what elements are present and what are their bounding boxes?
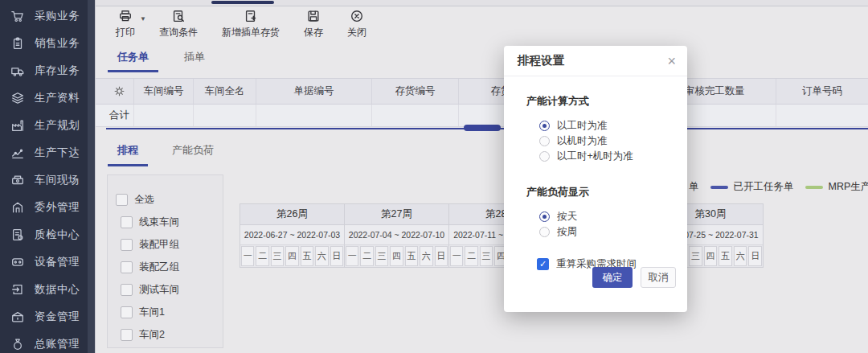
radio-unselected-icon[interactable] (539, 136, 550, 146)
modal-title: 排程设置 (518, 53, 564, 68)
modal-sections: 产能计算方式 以工时为准 以机时为准 以工时+机时为准产能负荷显示 按天 按周 (526, 94, 676, 240)
legend-dash-icon (710, 186, 728, 189)
data-icon (10, 282, 25, 297)
workshop-option-4[interactable]: 测试车间 (116, 278, 215, 301)
checkbox-unchecked-icon[interactable] (121, 306, 133, 318)
sidebar-item-3[interactable]: 生产资料 (0, 84, 95, 112)
column-header-1: 车间全名 (194, 79, 256, 104)
day-cell: 一 (450, 246, 463, 266)
toolbar-button-4[interactable]: 关闭 (347, 9, 366, 39)
top-scrollbar-track[interactable] (96, 0, 868, 6)
workshop-option-6[interactable]: 车间2 (116, 323, 215, 346)
radio-selected-icon[interactable] (539, 211, 550, 222)
day-cell: 二 (360, 246, 373, 266)
checkbox-unchecked-icon[interactable] (121, 261, 133, 273)
section-spacer (526, 164, 676, 179)
sidebar-item-2[interactable]: 库存业务 (0, 57, 95, 84)
sidebar-item-label: 总账管理 (35, 337, 80, 351)
checkbox-unchecked-icon[interactable] (121, 329, 133, 341)
layers-icon (10, 91, 25, 105)
column-settings-gear-icon[interactable] (113, 84, 126, 98)
checkbox-unchecked-icon[interactable] (121, 216, 133, 228)
day-cell: 四 (704, 246, 718, 266)
radio-option-0-2[interactable]: 以工时+机时为准 (526, 149, 676, 164)
checkbox-unchecked-icon[interactable] (121, 239, 133, 251)
workshop-option-label: 全选 (134, 193, 154, 207)
modal-close-icon[interactable]: × (667, 54, 676, 68)
radio-unselected-icon[interactable] (539, 227, 550, 237)
radio-option-0-0[interactable]: 以工时为准 (526, 118, 676, 133)
radio-option-0-1[interactable]: 以机时为准 (526, 133, 676, 149)
subtab-1[interactable]: 产能负荷 (162, 140, 223, 166)
day-cell: 六 (734, 246, 747, 266)
sidebar-item-label: 采购业务 (35, 9, 80, 23)
sidebar-item-0[interactable]: 采购业务 (0, 2, 95, 30)
week-days-0: 一二三四五六日 (240, 245, 345, 267)
sidebar-item-11[interactable]: 资金管理 (0, 303, 95, 330)
radio-option-label: 以工时+机时为准 (557, 150, 633, 163)
workshop-option-3[interactable]: 装配乙组 (116, 256, 215, 278)
sub-tabs: 排程产能负荷 (108, 140, 223, 166)
workshop-option-5[interactable]: 车间1 (116, 301, 215, 323)
toolbar: 打印 ▼ 查询条件 新增插单存货 保存 关闭 (116, 9, 366, 46)
horizontal-scrollbar-thumb[interactable] (464, 125, 501, 131)
sidebar-item-7[interactable]: 委外管理 (0, 194, 95, 221)
week-range-0: 2022-06-27 ~ 2022-07-03 (240, 225, 345, 245)
sidebar-scrollbar[interactable] (88, 0, 95, 353)
workshop-option-1[interactable]: 线束车间 (116, 211, 215, 233)
radio-option-label: 按天 (557, 210, 577, 224)
toolbar-button-1[interactable]: 查询条件 (159, 9, 198, 39)
modal-body: 产能计算方式 以工时为准 以机时为准 以工时+机时为准产能负荷显示 按天 按周 … (504, 76, 687, 271)
checkbox-unchecked-icon[interactable] (116, 194, 128, 206)
day-cell: 五 (301, 246, 313, 266)
modal-section-title-0: 产能计算方式 (526, 94, 676, 109)
sidebar-item-5[interactable]: 生产下达 (0, 139, 95, 166)
toolbar-button-2[interactable]: 新增插单存货 (222, 9, 280, 39)
sidebar-item-1[interactable]: 销售业务 (0, 30, 95, 57)
radio-option-1-1[interactable]: 按周 (526, 224, 676, 240)
radio-unselected-icon[interactable] (539, 151, 550, 162)
toolbar-button-3[interactable]: 保存 (304, 9, 323, 39)
workshop-option-0[interactable]: 全选 (116, 188, 215, 211)
column-header-0: 车间编号 (134, 79, 194, 104)
legend-label: 已开工任务单 (734, 180, 794, 194)
ledger-icon (10, 337, 25, 351)
summary-cell-3 (256, 105, 372, 126)
checkbox-unchecked-icon[interactable] (121, 284, 133, 296)
week-label-0: 第26周 (240, 204, 345, 225)
tab-0[interactable]: 任务单 (108, 47, 158, 72)
confirm-button[interactable]: 确定 (592, 267, 633, 288)
toolbar-button-label: 新增插单存货 (222, 26, 280, 39)
radio-option-1-0[interactable]: 按天 (526, 209, 676, 224)
sidebar-item-8[interactable]: 质检中心 (0, 221, 95, 248)
subtab-0[interactable]: 排程 (108, 140, 148, 166)
radio-selected-icon[interactable] (539, 121, 550, 131)
day-cell: 日 (330, 246, 343, 266)
sidebar-item-label: 数据中心 (35, 282, 80, 297)
top-scrollbar-thumb[interactable] (211, 1, 274, 4)
day-cell: 三 (375, 246, 388, 266)
sidebar-item-10[interactable]: 数据中心 (0, 276, 95, 303)
workshop-option-2[interactable]: 装配甲组 (116, 233, 215, 256)
day-cell: 一 (346, 246, 358, 266)
workshop-option-label: 装配乙组 (139, 261, 179, 274)
sidebar-item-12[interactable]: 总账管理 (0, 330, 95, 353)
week-days-1: 一二三四五六日 (345, 245, 449, 267)
doc-search-icon (171, 9, 186, 23)
sidebar-item-4[interactable]: 生产规划 (0, 112, 95, 139)
save-icon (306, 9, 321, 23)
sidebar-item-9[interactable]: 设备管理 (0, 248, 95, 276)
day-cell: 三 (271, 246, 284, 266)
factory-icon (10, 118, 25, 133)
sidebar-item-6[interactable]: 车间现场 (0, 166, 95, 194)
day-cell: 四 (285, 246, 298, 266)
dropdown-caret-icon[interactable]: ▼ (140, 15, 146, 23)
column-header-7: 订单号码 (776, 79, 868, 104)
day-cell: 一 (241, 246, 254, 266)
sidebar-item-label: 车间现场 (35, 173, 80, 187)
quality-icon (10, 228, 25, 242)
tab-1[interactable]: 插单 (174, 47, 215, 72)
toolbar-button-0[interactable]: 打印 ▼ (116, 9, 135, 39)
sidebar-item-label: 质检中心 (35, 228, 80, 242)
cancel-button[interactable]: 取消 (641, 267, 676, 288)
